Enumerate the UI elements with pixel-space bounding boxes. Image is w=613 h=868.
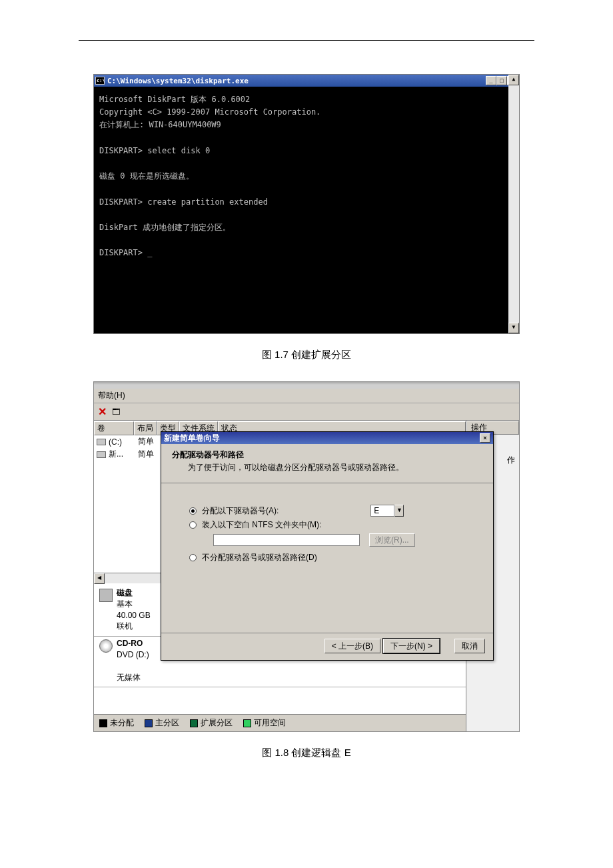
console-title: C:\Windows\system32\diskpart.exe (107, 77, 249, 85)
console-titlebar: c:\ C:\Windows\system32\diskpart.exe _ □… (94, 75, 519, 87)
mount-path-input[interactable] (213, 534, 360, 546)
minimize-button[interactable]: _ (486, 76, 496, 85)
delete-icon[interactable]: ✕ (98, 405, 107, 418)
drive-icon (97, 439, 106, 445)
cancel-button[interactable]: 取消 (454, 639, 485, 653)
scroll-down-button[interactable]: ▼ (508, 323, 519, 333)
properties-icon[interactable]: 🗔 (112, 407, 120, 417)
col-layout[interactable]: 布局 (134, 421, 157, 435)
legend: 未分配 主分区 扩展分区 可用空间 (94, 714, 466, 731)
drive-letter-combo[interactable]: E ▼ (370, 505, 404, 517)
disk-icon (99, 589, 113, 602)
wizard-close-button[interactable]: × (480, 433, 490, 443)
back-button[interactable]: < 上一步(B) (324, 639, 380, 653)
scroll-left-button[interactable]: ◀ (94, 573, 105, 584)
radio-icon (189, 507, 197, 515)
new-simple-volume-wizard: 新建简单卷向导 × 分配驱动器号和路径 为了便于访问，可以给磁盘分区分配驱动器号… (161, 431, 494, 661)
wizard-titlebar: 新建简单卷向导 × (161, 432, 493, 444)
scroll-up-button[interactable]: ▲ (508, 75, 519, 85)
wizard-subheading: 为了便于访问，可以给磁盘分区分配驱动器号或驱动器路径。 (172, 461, 482, 473)
disk-management-window: 帮助(H) ✕ 🗔 卷 布局 类型 文件系统 状态 (93, 381, 520, 732)
radio-icon (189, 554, 197, 561)
maximize-button[interactable]: □ (496, 76, 507, 85)
radio-assign-letter[interactable]: 分配以下驱动器号(A): E ▼ (189, 505, 480, 517)
cdrom-icon (99, 639, 113, 653)
dm-toolbar: ✕ 🗔 (94, 403, 519, 421)
radio-icon (189, 521, 197, 529)
next-button[interactable]: 下一步(N) > (383, 639, 440, 653)
browse-button[interactable]: 浏览(R)... (369, 533, 415, 547)
console-body: Microsoft DiskPart 版本 6.0.6002 Copyright… (94, 87, 519, 333)
radio-no-assign[interactable]: 不分配驱动器号或驱动器路径(D) (189, 552, 480, 563)
drive-icon (97, 451, 106, 458)
radio-mount-folder[interactable]: 装入以下空白 NTFS 文件夹中(M): (189, 519, 480, 531)
chevron-down-icon[interactable]: ▼ (394, 505, 404, 517)
scroll-track[interactable] (508, 85, 519, 323)
vertical-scrollbar[interactable]: ▲ ▼ (508, 75, 519, 333)
wizard-heading: 分配驱动器号和路径 (172, 449, 482, 461)
console-window: c:\ C:\Windows\system32\diskpart.exe _ □… (93, 74, 520, 334)
wizard-title: 新建简单卷向导 (164, 433, 220, 444)
col-volume[interactable]: 卷 (94, 421, 134, 435)
menu-help[interactable]: 帮助(H) (94, 389, 519, 403)
figure-caption-1-8: 图 1.8 创建逻辑盘 E (93, 747, 520, 759)
dm-titlebar (94, 382, 519, 389)
figure-caption-1-7: 图 1.7 创建扩展分区 (93, 349, 520, 361)
cmd-icon: c:\ (95, 77, 105, 85)
